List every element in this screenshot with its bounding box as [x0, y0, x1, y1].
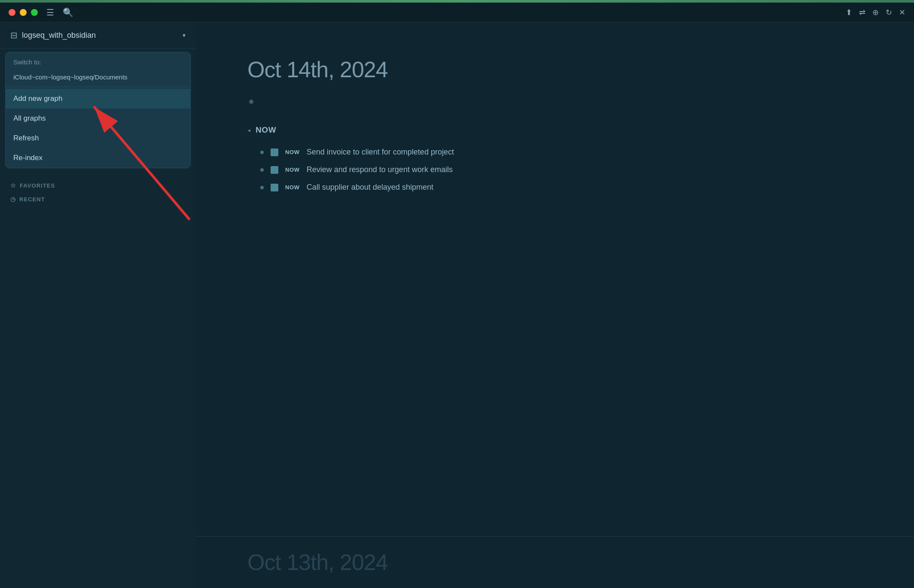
recent-icon: ◷ — [10, 196, 16, 203]
now-item-1: NOW Send invoice to client for completed… — [260, 143, 862, 161]
all-graphs-item[interactable]: All graphs — [6, 109, 190, 128]
collapse-icon[interactable]: ◂ — [247, 127, 250, 133]
now-item-3: NOW Call supplier about delayed shipment — [260, 179, 862, 196]
now-header-text: NOW — [256, 125, 276, 135]
sync-icon[interactable]: ↻ — [886, 8, 892, 17]
vault-path-item[interactable]: iCloud~com~logseq~logseq/Documents — [6, 69, 190, 85]
main-content: Oct 14th, 2024 ◂ NOW NOW Send invoice to… — [196, 22, 914, 588]
refresh-item[interactable]: Refresh — [6, 128, 190, 148]
bullet-1 — [260, 151, 264, 154]
now-item-text-3: Call supplier about delayed shipment — [307, 183, 433, 192]
checkbox-1[interactable] — [271, 149, 278, 156]
graph-dropdown-menu: Switch to: iCloud~com~logseq~logseq/Docu… — [5, 52, 191, 168]
vault-name: logseq_with_obsidian — [22, 31, 178, 40]
sidebar-vault-header[interactable]: ⊟ logseq_with_obsidian ▾ — [0, 22, 196, 48]
sidebar: ⊟ logseq_with_obsidian ▾ Switch to: iClo… — [0, 22, 196, 588]
switch-to-label: Switch to: — [6, 52, 190, 69]
journal-date: Oct 14th, 2024 — [247, 57, 862, 82]
now-badge-3: NOW — [285, 184, 300, 191]
now-badge-2: NOW — [285, 167, 300, 173]
window-controls — [9, 9, 38, 16]
now-item-text-1: Send invoice to client for completed pro… — [307, 148, 454, 157]
bullet-3 — [260, 186, 264, 189]
now-item-2: NOW Review and respond to urgent work em… — [260, 161, 862, 179]
sidebar-nav: ☆ FAVORITES ◷ RECENT — [0, 172, 196, 213]
dropdown-divider — [6, 87, 190, 87]
now-item-text-2: Review and respond to urgent work emails — [307, 165, 453, 174]
close-button[interactable] — [9, 9, 15, 16]
favorites-section[interactable]: ☆ FAVORITES — [0, 179, 196, 192]
vault-chevron-icon: ▾ — [183, 32, 186, 39]
now-items-list: NOW Send invoice to client for completed… — [247, 143, 862, 196]
minimize-button[interactable] — [20, 9, 27, 16]
titlebar-right: ⬆ ⇌ ⊕ ↻ ✕ — [846, 8, 905, 17]
settings-icon[interactable]: ✕ — [899, 8, 905, 17]
next-page-date: Oct 13th, 2024 — [247, 549, 388, 575]
checkbox-3[interactable] — [271, 184, 278, 191]
vault-icon: ⊟ — [10, 30, 18, 40]
hamburger-icon[interactable]: ☰ — [46, 7, 54, 18]
favorites-icon: ☆ — [10, 182, 16, 189]
page-divider — [196, 536, 914, 536]
now-badge-1: NOW — [285, 149, 300, 155]
journal-page: Oct 14th, 2024 ◂ NOW NOW Send invoice to… — [196, 22, 914, 230]
titlebar-icons: ☰ 🔍 — [46, 7, 73, 18]
zoom-icon[interactable]: ⊕ — [872, 8, 879, 17]
re-index-item[interactable]: Re-index — [6, 148, 190, 168]
journal-bullet — [249, 100, 253, 104]
top-bar-accent — [0, 0, 914, 3]
connection-icon[interactable]: ⇌ — [859, 8, 865, 17]
favorites-label: FAVORITES — [20, 182, 55, 189]
checkbox-2[interactable] — [271, 166, 278, 174]
maximize-button[interactable] — [31, 9, 38, 16]
search-icon[interactable]: 🔍 — [63, 7, 73, 18]
now-header: ◂ NOW — [247, 125, 862, 135]
add-new-graph-item[interactable]: Add new graph — [6, 89, 190, 109]
recent-label: RECENT — [19, 196, 45, 203]
share-icon[interactable]: ⬆ — [846, 8, 852, 17]
bullet-2 — [260, 168, 264, 172]
recent-section[interactable]: ◷ RECENT — [0, 192, 196, 206]
now-section: ◂ NOW NOW Send invoice to client for com… — [247, 125, 862, 196]
titlebar: ☰ 🔍 ⬆ ⇌ ⊕ ↻ ✕ — [0, 0, 914, 22]
